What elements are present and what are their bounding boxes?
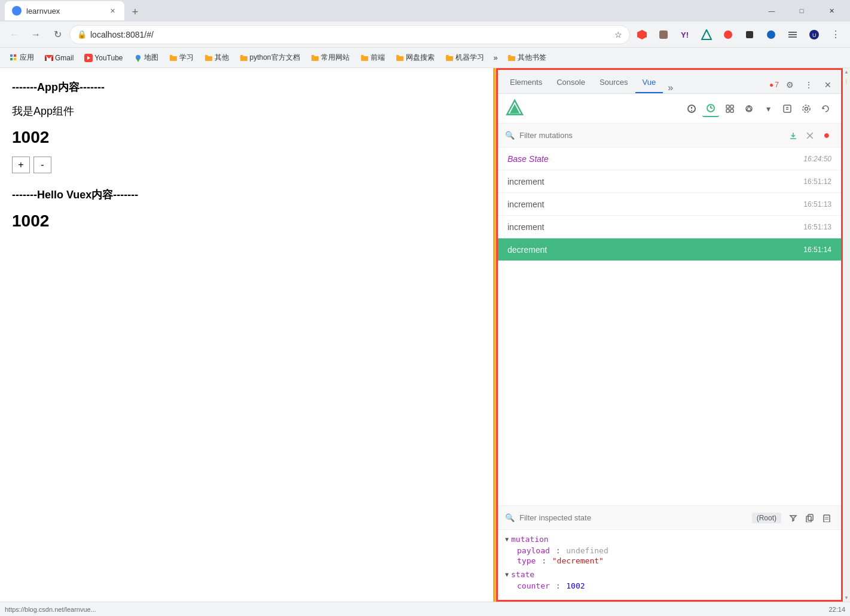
bookmark-frontend[interactable]: 前端: [356, 51, 390, 65]
bookmark-python[interactable]: python官方文档: [235, 51, 305, 65]
active-tab[interactable]: learnvuex ✕: [5, 1, 124, 20]
mutation-item-base-state[interactable]: Base State 16:24:50: [498, 148, 841, 170]
bookmark-disk[interactable]: 网盘搜索: [391, 51, 439, 65]
tab-console[interactable]: Console: [549, 72, 592, 93]
component-inspector-icon[interactable]: [683, 100, 700, 117]
profile-icon[interactable]: U: [805, 25, 824, 44]
devtools-close-button[interactable]: ✕: [820, 76, 836, 93]
mutation-item-increment-2[interactable]: increment 16:51:13: [498, 193, 841, 216]
filter-state-button[interactable]: [786, 511, 800, 525]
export-state-button[interactable]: [820, 511, 834, 525]
bookmark-disk-label: 网盘搜索: [406, 53, 435, 63]
svg-rect-48: [808, 514, 813, 520]
bookmark-other[interactable]: 其他: [200, 51, 234, 65]
payload-row: payload : undefined: [505, 546, 834, 555]
tab-bar: learnvuex ✕ +: [5, 1, 753, 20]
back-button[interactable]: ←: [5, 25, 24, 44]
increment-button[interactable]: +: [12, 157, 30, 173]
bookmark-youtube-label: YouTube: [94, 54, 123, 62]
close-button[interactable]: ✕: [818, 1, 845, 20]
refresh-button[interactable]: ↻: [48, 25, 67, 44]
ext-yahoo-icon[interactable]: Y!: [675, 25, 695, 44]
decrement-button[interactable]: -: [33, 157, 51, 173]
bookmark-gmail[interactable]: Gmail: [40, 52, 78, 64]
state-tree: ▼ mutation payload : undefined type :: [498, 530, 841, 600]
tab-close-button[interactable]: ✕: [108, 6, 117, 16]
error-dot: ●: [769, 81, 773, 89]
svg-point-29: [691, 110, 692, 111]
devtools-more-tabs[interactable]: »: [663, 82, 678, 93]
browser-frame: learnvuex ✕ + — □ ✕ ← → ↻ 🔒 localhost:80…: [0, 0, 850, 616]
address-bar[interactable]: 🔒 localhost:8081/#/ ☆: [69, 25, 630, 44]
bookmark-apps-label: 应用: [20, 53, 34, 63]
copy-state-button[interactable]: [803, 511, 817, 525]
mutation-item-increment-3[interactable]: increment 16:51:13: [498, 216, 841, 238]
tab-elements[interactable]: Elements: [503, 72, 549, 93]
devtools-settings-button[interactable]: ⚙: [781, 76, 798, 93]
app-header: -------App内容-------: [12, 80, 484, 94]
bookmark-ml-label: 机器学习: [455, 53, 484, 63]
mutation-name-inc2: increment: [507, 200, 803, 209]
bookmark-python-label: python官方文档: [250, 53, 300, 63]
ext-icon-4[interactable]: [697, 25, 716, 44]
state-filter-input[interactable]: [519, 513, 747, 522]
timeline-icon[interactable]: [702, 100, 719, 117]
refresh-icon[interactable]: [817, 100, 834, 117]
vue-header-icons: ▾: [683, 100, 834, 117]
settings-icon[interactable]: [798, 100, 815, 117]
vuex-icon[interactable]: [779, 100, 796, 117]
bookmark-study[interactable]: 学习: [164, 51, 198, 65]
clear-mutations-button[interactable]: [803, 128, 817, 143]
ext-icon-5[interactable]: [718, 25, 738, 44]
ext-icon-2[interactable]: [654, 25, 673, 44]
vue-devtools-content: ▾: [498, 94, 841, 600]
minimize-button[interactable]: —: [758, 1, 785, 20]
maximize-button[interactable]: □: [788, 1, 815, 20]
status-time: 22:14: [828, 606, 845, 613]
scroll-down-icon[interactable]: ▼: [844, 595, 849, 600]
svg-rect-50: [824, 515, 830, 522]
svg-marker-44: [823, 107, 825, 109]
svg-point-0: [14, 8, 20, 14]
type-value: "decrement": [552, 556, 604, 565]
lock-icon: 🔒: [77, 30, 87, 39]
bookmark-maps[interactable]: 地图: [129, 51, 163, 65]
type-key: type: [517, 556, 536, 565]
mutation-item-increment-1[interactable]: increment 16:51:12: [498, 170, 841, 193]
bookmark-ml[interactable]: 机器学习: [441, 51, 489, 65]
bookmark-youtube[interactable]: YouTube: [80, 52, 127, 64]
ext-icon-6[interactable]: [740, 25, 759, 44]
router-dropdown-icon[interactable]: ▾: [760, 100, 776, 117]
tab-sources[interactable]: Sources: [592, 72, 635, 93]
scroll-up-icon[interactable]: ▲: [844, 69, 849, 75]
root-badge[interactable]: (Root): [752, 513, 781, 523]
export-mutations-button[interactable]: [786, 128, 800, 143]
ext-icon-7[interactable]: [762, 25, 781, 44]
bookmark-common[interactable]: 常用网站: [306, 51, 354, 65]
bookmark-gmail-label: Gmail: [55, 54, 74, 62]
svg-rect-15: [10, 58, 13, 60]
extensions-button[interactable]: [783, 25, 802, 44]
more-menu-button[interactable]: ⋮: [826, 25, 845, 44]
components-icon[interactable]: [721, 100, 738, 117]
bookmark-apps[interactable]: 应用: [5, 51, 39, 65]
ext-brave-icon[interactable]: [632, 25, 652, 44]
bookmark-other-label: 其他: [215, 53, 229, 63]
forward-button[interactable]: →: [26, 25, 45, 44]
folder-icon-7: [445, 54, 454, 62]
state-section-header[interactable]: ▼ state: [505, 570, 834, 579]
mutations-filter-input[interactable]: [519, 131, 781, 140]
devtools-more-button[interactable]: ⋮: [800, 76, 817, 93]
bookmarks-more-button[interactable]: »: [490, 51, 502, 64]
bookmark-other-books[interactable]: 其他书签: [503, 51, 551, 65]
tab-vue[interactable]: Vue: [635, 72, 664, 93]
svg-rect-49: [806, 516, 811, 522]
router-icon[interactable]: [741, 100, 757, 117]
svg-text:Y!: Y!: [681, 30, 689, 39]
mutation-item-decrement[interactable]: decrement 16:51:14: [498, 238, 841, 261]
new-tab-button[interactable]: +: [127, 4, 143, 20]
star-icon[interactable]: ☆: [614, 30, 622, 39]
nav-icons: Y! U ⋮: [632, 25, 845, 44]
mutation-section-header[interactable]: ▼ mutation: [505, 535, 834, 544]
record-mutations-button[interactable]: ●: [820, 128, 834, 143]
